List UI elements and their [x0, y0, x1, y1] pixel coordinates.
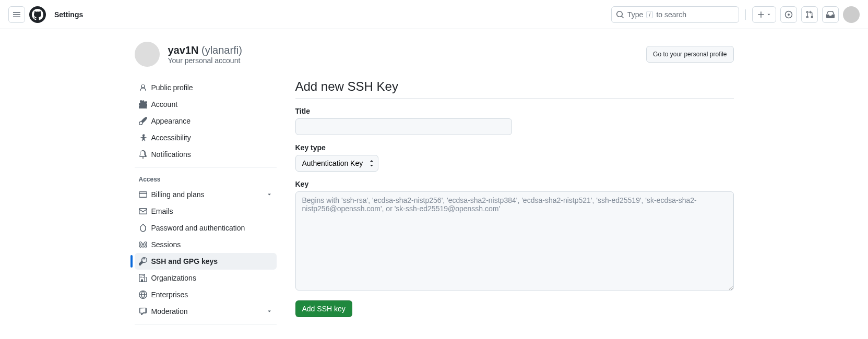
sidebar-item-label: Notifications [151, 150, 191, 159]
mail-icon [139, 207, 147, 215]
issue-icon [784, 10, 793, 19]
bell-icon [139, 150, 147, 159]
accessibility-icon [139, 134, 147, 142]
sidebar-item-password[interactable]: Password and authentication [135, 220, 277, 236]
add-ssh-key-button[interactable]: Add SSH key [295, 300, 352, 317]
sidebar-item-sessions[interactable]: Sessions [135, 236, 277, 253]
comment-icon [139, 307, 147, 316]
chevron-down-icon [266, 308, 272, 314]
settings-link[interactable]: Settings [54, 10, 83, 19]
keytype-select[interactable]: Authentication Key [295, 155, 378, 172]
sidebar-item-label: Public profile [151, 83, 193, 92]
search-box[interactable]: Type / to search [611, 6, 739, 23]
sidebar-item-label: Accessibility [151, 134, 191, 142]
octocat-icon [32, 9, 43, 20]
sidebar-item-accessibility[interactable]: Accessibility [135, 129, 277, 146]
go-to-profile-button[interactable]: Go to your personal profile [646, 46, 733, 63]
key-icon [139, 257, 147, 265]
sidebar-item-label: Enterprises [151, 290, 188, 299]
plus-icon [757, 10, 765, 19]
title-input[interactable] [295, 118, 512, 135]
person-icon [139, 83, 147, 92]
gear-icon [139, 100, 147, 108]
profile-avatar [135, 42, 160, 67]
sidebar-item-label: Billing and plans [151, 190, 205, 199]
brush-icon [139, 117, 147, 125]
sidebar-item-label: Organizations [151, 274, 196, 282]
inbox-icon [826, 10, 835, 19]
sidebar-item-label: Emails [151, 207, 173, 215]
sidebar-item-label: Sessions [151, 240, 181, 249]
title-label: Title [295, 107, 734, 115]
page-title: Add new SSH Key [295, 79, 734, 99]
sidebar-item-label: Appearance [151, 117, 191, 125]
sidebar-item-ssh-gpg-keys[interactable]: SSH and GPG keys [135, 253, 277, 270]
main-content: Add new SSH Key Title Key type Authentic… [295, 79, 734, 333]
keytype-label: Key type [295, 143, 734, 152]
search-text-prefix: Type [627, 10, 643, 19]
sidebar-item-organizations[interactable]: Organizations [135, 270, 277, 286]
pull-requests-button[interactable] [801, 6, 818, 23]
divider [745, 9, 746, 20]
sidebar-item-label: Account [151, 100, 178, 108]
user-avatar[interactable] [843, 6, 860, 23]
sidebar-item-label: Password and authentication [151, 224, 245, 232]
display-name: yav1N [168, 44, 199, 56]
sidebar-item-emails[interactable]: Emails [135, 203, 277, 220]
key-label: Key [295, 180, 734, 188]
sidebar-item-label: Moderation [151, 307, 188, 316]
profile-subtitle: Your personal account [168, 56, 242, 65]
git-pull-request-icon [805, 10, 814, 19]
sidebar-item-enterprises[interactable]: Enterprises [135, 286, 277, 303]
search-text-suffix: to search [656, 10, 686, 19]
credit-card-icon [139, 190, 147, 199]
globe-icon [139, 290, 147, 299]
divider [135, 324, 277, 324]
github-logo[interactable] [29, 6, 46, 23]
issues-button[interactable] [780, 6, 797, 23]
username: (ylanarfi) [201, 44, 242, 56]
topbar: Settings Type / to search [0, 0, 868, 29]
organization-icon [139, 274, 147, 282]
chevron-down-icon [266, 191, 272, 198]
divider [135, 167, 277, 167]
search-icon [616, 10, 624, 19]
broadcast-icon [139, 240, 147, 249]
sidebar-item-appearance[interactable]: Appearance [135, 113, 277, 129]
sidebar-item-account[interactable]: Account [135, 96, 277, 113]
settings-sidebar: Public profile Account Appearance Access… [135, 79, 277, 333]
create-new-button[interactable] [752, 6, 776, 23]
nav-section-header-access: Access [135, 176, 277, 183]
shield-icon [139, 224, 147, 232]
hamburger-icon [13, 10, 21, 19]
search-kbd: / [646, 11, 653, 18]
sidebar-item-notifications[interactable]: Notifications [135, 146, 277, 163]
sidebar-item-public-profile[interactable]: Public profile [135, 79, 277, 96]
key-textarea[interactable] [295, 191, 734, 290]
profile-header: yav1N (ylanarfi) Your personal account G… [135, 42, 734, 67]
sidebar-item-moderation[interactable]: Moderation [135, 303, 277, 320]
sidebar-item-billing[interactable]: Billing and plans [135, 186, 277, 203]
svg-point-1 [788, 14, 790, 16]
hamburger-menu[interactable] [8, 6, 25, 23]
notifications-button[interactable] [822, 6, 839, 23]
caret-down-icon [766, 12, 771, 17]
sidebar-item-label: SSH and GPG keys [151, 257, 218, 265]
